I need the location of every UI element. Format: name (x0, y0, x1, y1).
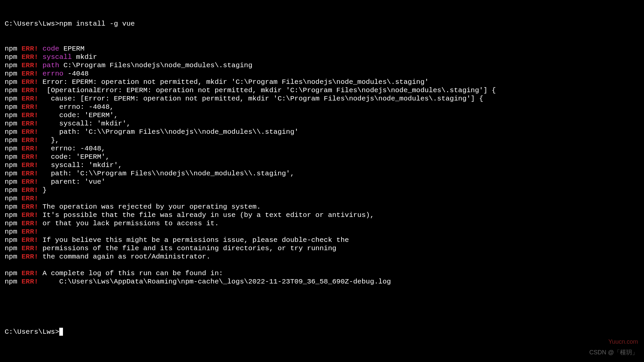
command-line: C:\Users\Lws>npm install -g vue (5, 20, 639, 28)
output-text (17, 111, 22, 119)
output-line: npm ERR! A complete log of this run can … (5, 270, 639, 278)
npm-label: npm (5, 145, 17, 152)
output-text (17, 270, 22, 277)
output-line: npm ERR! Error: EPERM: operation not per… (5, 78, 639, 87)
output-text (17, 220, 22, 227)
error-label: ERR! (21, 153, 38, 161)
output-text: the command again as root/Administrator. (38, 253, 211, 261)
output-text: errno: -4048, (38, 145, 106, 152)
npm-label: npm (5, 178, 17, 186)
prompt: C:\Users\Lws> (5, 20, 59, 28)
output-text (17, 70, 22, 78)
output-text: A complete log of this run can be found … (38, 270, 223, 277)
output-text: code: 'EPERM', (38, 153, 110, 161)
blank-line (5, 303, 639, 311)
output-text (17, 136, 22, 144)
output-line: npm ERR! permissions of the file and its… (5, 245, 639, 253)
output-text (17, 245, 22, 252)
output-text (17, 253, 22, 261)
npm-label: npm (5, 111, 17, 119)
watermark-csdn: CSDN @「槿玥」 (589, 349, 638, 356)
output-text: parent: 'vue' (38, 178, 106, 186)
npm-label: npm (5, 245, 17, 252)
output-text: C:\Program Files\nodejs\node_modules\.st… (59, 62, 253, 69)
output-text (17, 161, 22, 169)
output-line: npm ERR! code EPERM (5, 45, 639, 53)
npm-label: npm (5, 195, 17, 202)
output-text: mkdir (72, 53, 97, 61)
npm-label: npm (5, 253, 17, 261)
npm-label: npm (5, 45, 17, 53)
error-label: ERR! (21, 245, 38, 252)
output-text: The operation was rejected by your opera… (38, 203, 261, 211)
output-line: npm ERR! The operation was rejected by y… (5, 203, 639, 211)
output-text (17, 78, 22, 86)
output-text: errno: -4048, (38, 103, 114, 111)
npm-label: npm (5, 170, 17, 177)
output-text (17, 228, 22, 236)
error-label: ERR! (21, 211, 38, 219)
output-text: permissions of the file and its containi… (38, 245, 336, 252)
output-line: npm ERR! syscall: 'mkdir', (5, 161, 639, 170)
cursor-icon (59, 328, 63, 336)
error-label: ERR! (21, 120, 38, 127)
output-line: npm ERR! syscall mkdir (5, 53, 639, 62)
output-text: C:\Users\Lws\AppData\Roaming\npm-cache\_… (38, 278, 391, 285)
error-label: ERR! (21, 70, 38, 78)
error-label: ERR! (21, 161, 38, 169)
npm-label: npm (5, 95, 17, 102)
output-text (17, 236, 22, 244)
output-line: npm ERR! If you believe this might be a … (5, 236, 639, 245)
error-label: ERR! (21, 270, 38, 277)
output-text: cause: [Error: EPERM: operation not perm… (38, 95, 483, 102)
error-label: ERR! (21, 220, 38, 227)
output-text (38, 45, 43, 53)
output-line: npm ERR! code: 'EPERM', (5, 111, 639, 120)
npm-label: npm (5, 220, 17, 227)
output-line: npm ERR! errno: -4048, (5, 145, 639, 153)
output-text: or that you lack permissions to access i… (38, 220, 219, 227)
npm-label: npm (5, 53, 17, 61)
error-label: ERR! (21, 170, 38, 177)
output-text: EPERM (59, 45, 85, 53)
npm-label: npm (5, 186, 17, 194)
command-text: npm install -g vue (59, 20, 135, 28)
error-label: ERR! (21, 195, 38, 202)
output-text (38, 62, 43, 69)
output-line (5, 261, 639, 270)
prompt: C:\Users\Lws> (5, 328, 59, 336)
output-text: path: 'C:\\Program Files\\nodejs\\node_m… (38, 128, 299, 136)
output-text (38, 70, 43, 78)
output-text: syscall: 'mkdir', (38, 120, 131, 127)
output-text (17, 53, 22, 61)
npm-label: npm (5, 236, 17, 244)
error-label: ERR! (21, 178, 38, 186)
npm-label: npm (5, 211, 17, 219)
output-line: npm ERR! [OperationalError: EPERM: opera… (5, 87, 639, 95)
output-line: npm ERR! } (5, 186, 639, 195)
error-label: ERR! (21, 278, 38, 285)
output-text (17, 195, 22, 202)
error-label: ERR! (21, 145, 38, 152)
error-label: ERR! (21, 95, 38, 102)
output-text (17, 128, 22, 136)
npm-label: npm (5, 87, 17, 94)
error-label: ERR! (21, 53, 38, 61)
output-text: syscall: 'mkdir', (38, 161, 122, 169)
output-line: npm ERR! errno: -4048, (5, 103, 639, 111)
npm-label: npm (5, 70, 17, 78)
prompt-line[interactable]: C:\Users\Lws> (5, 328, 639, 336)
npm-label: npm (5, 161, 17, 169)
output-line: npm ERR! path: 'C:\\Program Files\\nodej… (5, 170, 639, 178)
output-line: npm ERR! errno -4048 (5, 70, 639, 78)
terminal-output[interactable]: C:\Users\Lws>npm install -g vue npm ERR!… (5, 3, 639, 345)
npm-label: npm (5, 278, 17, 285)
output-line: npm ERR! cause: [Error: EPERM: operation… (5, 95, 639, 103)
output-text (17, 153, 22, 161)
output-line: npm ERR! (5, 228, 639, 236)
output-text: [OperationalError: EPERM: operation not … (38, 87, 496, 94)
npm-label: npm (5, 103, 17, 111)
output-text (17, 62, 22, 69)
error-label: ERR! (21, 228, 38, 236)
output-line: npm ERR! path C:\Program Files\nodejs\no… (5, 62, 639, 70)
